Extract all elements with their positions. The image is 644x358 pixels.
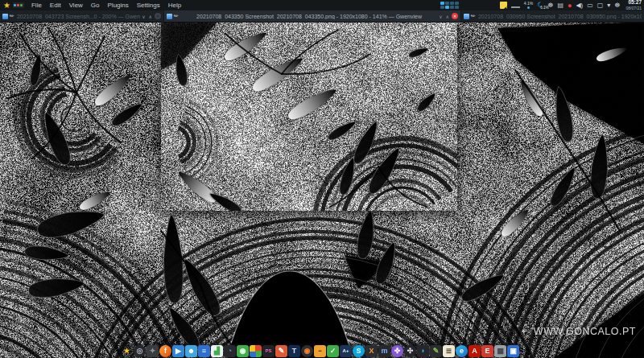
edge-browser-icon[interactable]: e — [456, 345, 468, 357]
notes-icon[interactable]: ≣ — [443, 345, 455, 357]
blue-swirl-app-icon[interactable]: ◔ — [224, 345, 236, 357]
notes-glyph: ≣ — [446, 348, 452, 355]
camera-green-icon[interactable]: ◉ — [237, 345, 249, 357]
shield-check-icon[interactable]: ✓ — [327, 345, 339, 357]
grid-gray-app-icon[interactable]: ▦ — [494, 345, 506, 357]
phpstorm-glyph: PS — [265, 348, 271, 353]
clipboard-icon[interactable]: ▤ — [557, 2, 564, 10]
chart-app-icon[interactable]: ▟ — [211, 345, 223, 357]
minimized-window-icon[interactable] — [511, 6, 520, 8]
paint-red-icon[interactable]: ✎ — [275, 345, 287, 357]
obs-studio-icon[interactable]: ✣ — [404, 345, 416, 357]
dark-animal-app-icon[interactable]: ✦ — [147, 345, 159, 357]
cpu-percent-label: 4.1% — [524, 2, 533, 6]
a-plus-app-glyph: A+ — [343, 348, 349, 353]
menu-plugins[interactable]: Plugins — [104, 0, 133, 10]
night-color-icon[interactable]: ☾6.1% — [537, 2, 543, 9]
pin-icon[interactable]: ✎ — [172, 12, 180, 20]
window-entry-3[interactable]: ✎20210708_030950 Screenshot_20210708_030… — [461, 10, 644, 22]
settings-gear-icon[interactable]: ☸ — [614, 2, 620, 10]
screen-record-icon[interactable]: ● — [568, 2, 572, 10]
wireshark-glyph: ◗ — [421, 348, 425, 355]
window-arrow-app-icon[interactable]: ▣ — [507, 345, 519, 357]
menu-edit[interactable]: Edit — [46, 0, 65, 10]
app-indicator-icon[interactable] — [13, 2, 24, 8]
unshade-button[interactable]: ∧ — [444, 14, 451, 19]
menu-view[interactable]: View — [65, 0, 87, 10]
window-arrow-app-glyph: ▣ — [510, 348, 517, 355]
window-title: 20210708_043723 Screensh...0 - 200% — Gw… — [17, 14, 140, 19]
shade-button[interactable]: ∨ — [140, 14, 147, 19]
edge-browser-glyph: e — [460, 348, 464, 355]
x-app-icon[interactable]: X — [365, 345, 378, 357]
wireshark-icon[interactable]: ◗ — [417, 345, 429, 357]
window-icon — [167, 14, 172, 19]
cpu-monitor[interactable]: 4.1% — [524, 2, 533, 9]
gwenview-image-viewport[interactable] — [161, 22, 457, 211]
clock[interactable]: 05:27 08/07/21 — [625, 0, 642, 10]
top-panel: ★ FileEditViewGoPluginsSettingsHelp 4.1%… — [0, 0, 644, 11]
game-controller-icon[interactable]: ✜ — [391, 345, 403, 357]
office-grid-icon[interactable] — [250, 345, 262, 357]
adobe-reader-icon[interactable]: A — [469, 345, 481, 357]
window-entry-2[interactable]: ✎20210708_043350 Screenshot_20210708_043… — [164, 10, 461, 22]
adobe-reader-glyph: A — [472, 348, 477, 355]
virtual-desktop-pager[interactable] — [440, 2, 459, 9]
shade-button[interactable]: ∨ — [437, 14, 444, 19]
messenger-icon[interactable]: ☻ — [185, 345, 197, 357]
cpu-dot-icon — [527, 6, 530, 9]
red-e-app-icon[interactable]: E — [481, 345, 493, 357]
menu-help[interactable]: Help — [164, 0, 185, 10]
firefox-glyph: f — [164, 348, 167, 355]
pin-icon[interactable]: ✎ — [8, 12, 16, 20]
camera-aperture-glyph: ◎ — [137, 348, 143, 355]
window-icon — [464, 14, 469, 19]
messenger-glyph: ☻ — [188, 348, 195, 355]
window-entry-1[interactable]: ✎20210708_043723 Screensh...0 - 200% — G… — [0, 10, 164, 22]
chevron-down-icon[interactable]: ▾ — [607, 2, 610, 10]
close-button[interactable]: ✕ — [452, 13, 458, 19]
chip-red — [17, 4, 19, 6]
letter-t-app-icon[interactable]: T — [288, 345, 300, 357]
media-player-icon[interactable]: ▶ — [172, 345, 184, 357]
skype-glyph: S — [356, 348, 361, 355]
menu-settings[interactable]: Settings — [133, 0, 164, 10]
skype-icon[interactable]: S — [353, 345, 365, 357]
tray-icons: ☸▤●◀)▭▢▾☸ — [547, 2, 620, 10]
blue-swirl-app-glyph: ◔ — [228, 348, 232, 355]
x-app-glyph: X — [369, 348, 374, 355]
watermark-text: WWW.GONCALO.PT — [534, 326, 636, 337]
pin-icon[interactable]: ✎ — [469, 12, 477, 20]
camera-aperture-icon[interactable]: ◎ — [134, 345, 146, 357]
menu-go[interactable]: Go — [87, 0, 104, 10]
word-document-glyph: ≡ — [202, 348, 206, 355]
favorites-star-icon[interactable]: ★ — [121, 345, 133, 357]
chart-app-glyph: ▟ — [214, 348, 220, 355]
firefox-icon[interactable]: f — [159, 345, 171, 357]
favorite-star-icon[interactable]: ★ — [0, 0, 13, 10]
a-plus-app-icon[interactable]: A+ — [340, 345, 352, 357]
window-list: ✎20210708_043723 Screensh...0 - 200% — G… — [0, 10, 644, 23]
keyboard-icon[interactable]: ▭ — [587, 2, 593, 10]
menu-file[interactable]: File — [27, 0, 46, 10]
sticky-note-icon[interactable] — [500, 2, 507, 9]
grid-gray-app-glyph: ▦ — [497, 348, 504, 355]
window-title: 20210708_043350 Screenshot_20210708_0433… — [181, 14, 437, 19]
striped-m-app-icon[interactable]: m — [378, 345, 390, 357]
pencil-green-app-glyph: ✎ — [433, 348, 440, 355]
close-button[interactable]: ✕ — [155, 13, 161, 19]
volume-icon[interactable]: ◀) — [576, 2, 583, 10]
blender-icon[interactable]: ◉ — [301, 345, 313, 357]
game-controller-glyph: ✜ — [394, 348, 401, 355]
peek-recorder-icon[interactable]: •• — [314, 345, 326, 357]
pencil-green-app-icon[interactable]: ✎ — [430, 345, 442, 357]
letter-t-app-glyph: T — [292, 348, 297, 355]
sparkle-icon: ✦ — [521, 327, 527, 335]
word-document-icon[interactable]: ≡ — [198, 345, 210, 357]
display-icon[interactable]: ▢ — [597, 2, 604, 10]
obs-studio-glyph: ✣ — [407, 348, 414, 355]
window-icon — [2, 14, 8, 19]
dark-animal-app-glyph: ✦ — [150, 348, 156, 355]
phpstorm-icon[interactable]: PS — [262, 345, 275, 357]
unshade-button[interactable]: ∧ — [147, 14, 154, 19]
